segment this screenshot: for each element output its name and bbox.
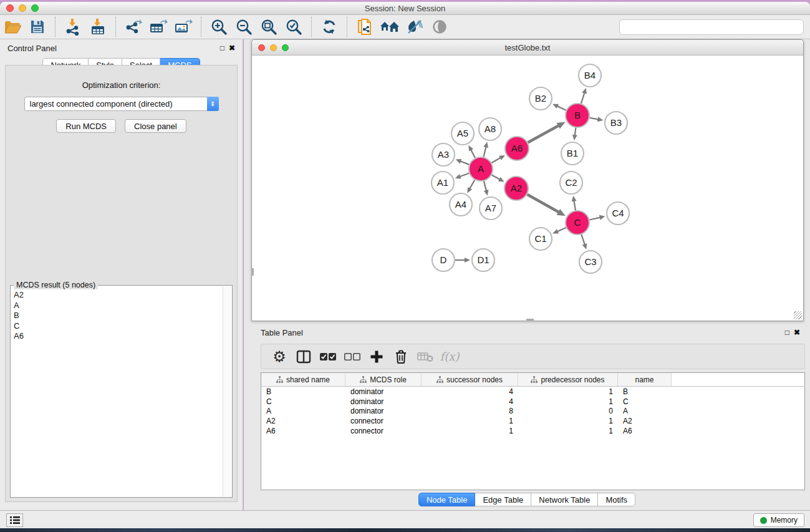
table-tab-edge-table[interactable]: Edge Table xyxy=(475,493,531,506)
graph-node-B3[interactable]: B3 xyxy=(605,112,627,134)
column-header-shared-name[interactable]: shared name xyxy=(261,373,345,386)
graph-node-C2[interactable]: C2 xyxy=(560,172,582,194)
graph-node-A4[interactable]: A4 xyxy=(450,193,472,216)
criterion-dropdown[interactable]: largest connected component (directed) ▲… xyxy=(24,97,219,111)
edge-C-C2[interactable] xyxy=(574,200,576,211)
table-settings-gear-icon[interactable]: ⚙ xyxy=(270,347,289,366)
graph-node-A1[interactable]: A1 xyxy=(432,172,454,194)
task-history-button[interactable] xyxy=(6,513,23,527)
table-cell[interactable]: 4 xyxy=(422,387,518,396)
column-header-name[interactable]: name xyxy=(618,373,672,386)
network-canvas[interactable]: AA1A2A3A4A5A6A7A8BB1B2B3B4CC1C2C3C4DD1 xyxy=(253,56,803,320)
mcds-result-item[interactable]: A2 xyxy=(14,290,220,301)
table-cell[interactable]: A2 xyxy=(261,417,345,425)
edge-A6-B[interactable] xyxy=(528,125,559,143)
table-cell[interactable]: B xyxy=(618,387,672,396)
export-image-icon[interactable] xyxy=(173,17,194,37)
mcds-result-item[interactable]: B xyxy=(14,311,220,321)
clone-network-icon[interactable] xyxy=(354,17,375,37)
graph-node-A8[interactable]: A8 xyxy=(479,118,501,140)
edge-A-A7[interactable] xyxy=(484,181,486,191)
edge-A-A5[interactable] xyxy=(471,149,475,158)
graph-node-D[interactable]: D xyxy=(432,249,455,271)
node-table[interactable]: shared nameMCDS rolesuccessor nodesprede… xyxy=(261,372,805,490)
close-panel-button[interactable]: Close panel xyxy=(125,119,186,133)
graph-node-C3[interactable]: C3 xyxy=(579,251,602,273)
graph-node-A3[interactable]: A3 xyxy=(432,143,455,166)
zoom-out-icon[interactable] xyxy=(233,17,254,37)
table-cell[interactable]: C xyxy=(618,397,672,406)
table-cell[interactable]: A6 xyxy=(261,427,345,435)
column-header-MCDS-role[interactable]: MCDS role xyxy=(345,373,422,386)
save-session-icon[interactable] xyxy=(27,17,48,37)
edge-B-B1[interactable] xyxy=(575,128,576,136)
table-cell[interactable]: 4 xyxy=(422,397,518,406)
close-panel-icon[interactable]: ✖ xyxy=(229,44,235,52)
table-cell[interactable]: A6 xyxy=(618,427,672,435)
graph-node-B1[interactable]: B1 xyxy=(561,142,584,165)
table-tab-motifs[interactable]: Motifs xyxy=(598,493,635,506)
deselect-all-checkboxes-icon[interactable] xyxy=(343,347,362,366)
table-row[interactable]: Cdominator41C xyxy=(261,397,804,407)
graph-node-A6[interactable]: A6 xyxy=(505,137,529,160)
mcds-result-scrollbar[interactable] xyxy=(223,286,231,496)
edge-C-C1[interactable] xyxy=(557,228,566,232)
table-cell[interactable]: A2 xyxy=(618,417,672,425)
graph-node-A2[interactable]: A2 xyxy=(504,177,528,200)
hide-graphics-details-icon[interactable] xyxy=(404,17,425,37)
column-header-predecessor-nodes[interactable]: predecessor nodes xyxy=(518,373,618,386)
table-cell[interactable]: A xyxy=(261,407,345,415)
delete-column-trash-icon[interactable] xyxy=(392,347,410,366)
open-session-icon[interactable] xyxy=(2,17,23,37)
edge-B-B3[interactable] xyxy=(590,118,599,120)
float-table-panel-icon[interactable]: □ xyxy=(785,329,789,336)
window-resize-grip[interactable] xyxy=(794,311,802,319)
zoom-in-icon[interactable] xyxy=(208,17,229,37)
function-builder-icon[interactable]: f(x) xyxy=(440,347,459,366)
edge-A2-C[interactable] xyxy=(527,195,559,213)
edge-A-A4[interactable] xyxy=(470,180,475,189)
column-selector-icon[interactable] xyxy=(294,347,313,366)
refresh-icon[interactable] xyxy=(319,17,340,37)
graph-node-A5[interactable]: A5 xyxy=(451,122,474,145)
zoom-fit-icon[interactable] xyxy=(258,17,279,37)
mcds-result-item[interactable]: A xyxy=(14,301,220,311)
export-table-icon[interactable] xyxy=(148,17,169,37)
mcds-result-item[interactable]: C xyxy=(14,321,220,332)
table-tab-network-table[interactable]: Network Table xyxy=(531,493,598,506)
table-cell[interactable]: dominator xyxy=(345,407,422,415)
mcds-result-item[interactable]: A6 xyxy=(14,331,220,342)
table-cell[interactable]: 1 xyxy=(422,427,518,435)
export-network-icon[interactable] xyxy=(123,17,144,37)
edge-A-A6[interactable] xyxy=(491,157,501,163)
import-table-icon[interactable] xyxy=(87,17,108,37)
table-cell[interactable]: 1 xyxy=(518,397,618,406)
import-network-icon[interactable] xyxy=(62,17,84,37)
float-panel-icon[interactable]: □ xyxy=(220,44,224,52)
delete-table-icon[interactable] xyxy=(416,347,435,366)
graph-node-B2[interactable]: B2 xyxy=(529,87,552,110)
table-cell[interactable]: dominator xyxy=(345,397,422,406)
edge-A-A2[interactable] xyxy=(492,175,501,180)
graph-node-A7[interactable]: A7 xyxy=(480,197,502,220)
table-row[interactable]: A2connector11A2 xyxy=(261,416,804,426)
table-cell[interactable]: connector xyxy=(345,417,422,425)
table-row[interactable]: A6connector11A6 xyxy=(261,426,804,436)
edge-A-A8[interactable] xyxy=(484,146,486,157)
zoom-selected-icon[interactable] xyxy=(283,17,304,37)
table-row[interactable]: Adominator80A xyxy=(261,406,804,416)
mcds-result-list[interactable]: A2ABCA6 xyxy=(11,286,223,496)
run-mcds-button[interactable]: Run MCDS xyxy=(56,119,116,133)
table-cell[interactable]: 1 xyxy=(518,417,618,425)
column-header-successor-nodes[interactable]: successor nodes xyxy=(422,373,518,386)
table-tab-node-table[interactable]: Node Table xyxy=(418,493,476,506)
network-window-titlebar[interactable]: testGlobe.txt xyxy=(252,40,803,56)
graph-node-C[interactable]: C xyxy=(566,211,589,235)
graph-node-B4[interactable]: B4 xyxy=(579,64,601,87)
show-graphics-details-icon[interactable] xyxy=(429,17,450,37)
add-column-icon[interactable] xyxy=(367,347,386,366)
layout-home-icon[interactable] xyxy=(379,17,400,37)
table-cell[interactable]: C xyxy=(261,397,345,406)
edge-B-B2[interactable] xyxy=(556,106,566,110)
table-cell[interactable]: 1 xyxy=(518,387,618,396)
